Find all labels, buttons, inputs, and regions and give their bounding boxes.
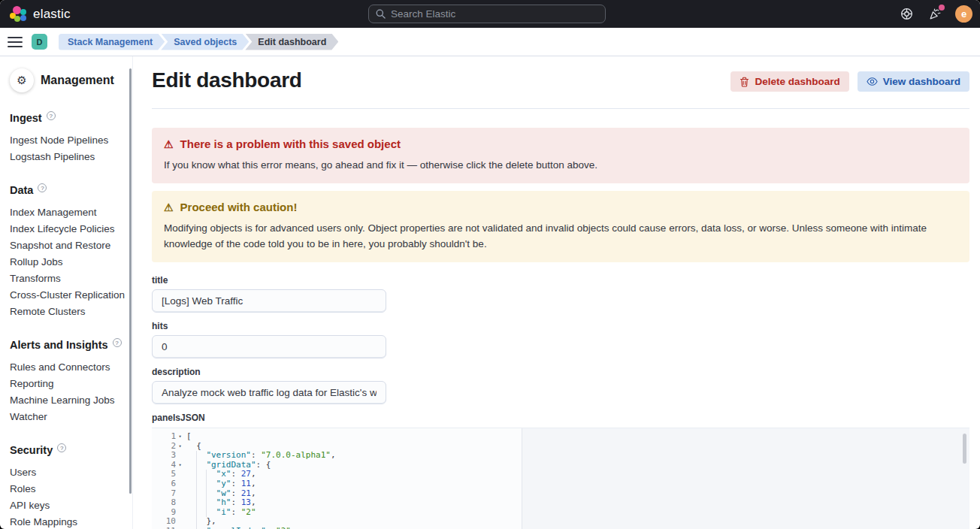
view-dashboard-button[interactable]: View dashboard — [858, 71, 969, 92]
title-field-group: title — [152, 275, 969, 313]
title-input[interactable] — [152, 289, 386, 313]
nav-section-ingest: Ingest?Ingest Node PipelinesLogstash Pip… — [10, 112, 122, 165]
error-callout: ⚠ There is a problem with this saved obj… — [152, 128, 969, 183]
nav-section-alerts-and-insights: Alerts and Insights?Rules and Connectors… — [10, 339, 122, 425]
editor-line-number: 8 — [152, 498, 186, 508]
sidebar-title: Management — [41, 74, 114, 87]
page-title: Edit dashboard — [152, 68, 730, 92]
menu-toggle-button[interactable] — [8, 37, 23, 47]
editor-line-number: 2▾ — [152, 442, 186, 452]
sidebar-item-machine-learning-jobs[interactable]: Machine Learning Jobs — [10, 392, 122, 409]
trash-icon — [740, 77, 749, 87]
error-callout-title: There is a problem with this saved objec… — [180, 138, 401, 150]
help-icon — [900, 8, 913, 20]
description-field-group: description — [152, 367, 969, 404]
sidebar-item-index-management[interactable]: Index Management — [10, 204, 122, 221]
editor-line-number: 4▾ — [152, 461, 186, 470]
space-avatar[interactable]: D — [32, 34, 47, 50]
nav-section-heading: Data? — [10, 184, 122, 196]
section-help-icon: ? — [47, 111, 56, 120]
sidebar-item-rollup-jobs[interactable]: Rollup Jobs — [10, 254, 122, 271]
panels-json-label: panelsJSON — [152, 413, 969, 423]
editor-scrollbar[interactable] — [963, 434, 966, 464]
sidebar-item-remote-clusters[interactable]: Remote Clusters — [10, 304, 122, 320]
search-input[interactable] — [391, 8, 598, 20]
management-sidebar: ⚙ Management Ingest?Ingest Node Pipeline… — [0, 56, 133, 529]
error-callout-body: If you know what this error means, go ah… — [164, 157, 957, 173]
sidebar-item-reporting[interactable]: Reporting — [10, 376, 122, 392]
nav-section-security: Security?UsersRolesAPI keysRole Mappings — [10, 444, 122, 529]
editor-code-line: "x": 27, — [186, 470, 969, 479]
header-divider — [152, 108, 969, 109]
hits-field-group: hits — [152, 321, 969, 358]
editor-gutter: 1▾2▾34▾56789101112▾13▾14▾ — [152, 428, 186, 529]
sidebar-item-ingest-node-pipelines[interactable]: Ingest Node Pipelines — [10, 132, 122, 149]
sidebar-scrollbar[interactable] — [129, 68, 132, 494]
description-field-label: description — [152, 367, 969, 377]
user-avatar[interactable]: e — [955, 5, 972, 23]
editor-line-number: 6 — [152, 479, 186, 489]
editor-code-line: "version": "7.0.0-alpha1", — [186, 451, 969, 461]
sidebar-item-cross-cluster-replication[interactable]: Cross-Cluster Replication — [10, 287, 122, 304]
fold-arrow-icon[interactable]: ▾ — [176, 461, 184, 470]
sidebar-item-roles[interactable]: Roles — [10, 481, 122, 497]
nav-section-heading: Ingest? — [10, 112, 122, 124]
eye-icon — [867, 77, 878, 86]
main-content: Edit dashboard Delete dashboard View das… — [133, 56, 980, 529]
sidebar-item-users[interactable]: Users — [10, 464, 122, 481]
description-input[interactable] — [152, 381, 386, 404]
sidebar-item-rules-and-connectors[interactable]: Rules and Connectors — [10, 359, 122, 376]
editor-code-line: "h": 13, — [186, 498, 969, 508]
section-help-icon: ? — [38, 183, 47, 192]
breadcrumb-saved-objects[interactable]: Saved objects — [161, 34, 249, 50]
breadcrumb-bar: D Stack Management Saved objects Edit da… — [0, 28, 980, 56]
elastic-logo[interactable]: elastic — [10, 6, 71, 23]
app-window: elastic — [0, 0, 980, 529]
editor-line-number: 1▾ — [152, 432, 186, 442]
newsfeed-button[interactable] — [927, 6, 943, 23]
editor-code-line: "i": "2" — [186, 508, 969, 518]
notification-dot — [939, 5, 945, 11]
search-icon — [376, 9, 386, 19]
nav-section-data: Data?Index ManagementIndex Lifecycle Pol… — [10, 184, 122, 320]
sidebar-item-index-lifecycle-policies[interactable]: Index Lifecycle Policies — [10, 221, 122, 237]
breadcrumb-stack-management[interactable]: Stack Management — [59, 34, 165, 50]
help-menu-button[interactable] — [898, 6, 915, 23]
editor-code-line: }, — [186, 517, 969, 527]
editor-line-number: 5 — [152, 470, 186, 479]
sidebar-item-role-mappings[interactable]: Role Mappings — [10, 514, 122, 529]
editor-line-number: 7 — [152, 489, 186, 499]
editor-code-line: "w": 21, — [186, 489, 969, 499]
warning-triangle-icon: ⚠ — [164, 138, 174, 150]
sidebar-item-api-keys[interactable]: API keys — [10, 497, 122, 514]
global-search[interactable] — [368, 5, 606, 23]
elastic-logo-icon — [10, 6, 26, 23]
title-field-label: title — [152, 275, 969, 286]
sidebar-item-snapshot-and-restore[interactable]: Snapshot and Restore — [10, 237, 122, 254]
section-help-icon: ? — [113, 338, 122, 347]
breadcrumb-edit-dashboard: Edit dashboard — [245, 34, 338, 50]
editor-code-line: [ — [186, 432, 969, 442]
warning-triangle-icon: ⚠ — [164, 201, 174, 213]
warning-callout-title: Proceed with caution! — [180, 201, 298, 213]
nav-section-heading: Security? — [10, 444, 122, 456]
sidebar-header: ⚙ Management — [10, 68, 122, 92]
sidebar-item-logstash-pipelines[interactable]: Logstash Pipelines — [10, 149, 122, 165]
fold-arrow-icon[interactable]: ▾ — [176, 442, 184, 452]
editor-code-line: "y": 11, — [186, 479, 969, 489]
delete-dashboard-button[interactable]: Delete dashboard — [730, 71, 848, 92]
editor-code-area[interactable]: [{"version": "7.0.0-alpha1","gridData": … — [186, 428, 969, 529]
hits-field-label: hits — [152, 321, 969, 331]
sidebar-item-transforms[interactable]: Transforms — [10, 271, 122, 287]
section-help-icon: ? — [57, 443, 66, 452]
gear-icon: ⚙ — [10, 68, 34, 92]
warning-callout-body: Modifying objects is for advanced users … — [164, 220, 957, 252]
breadcrumb: Stack Management Saved objects Edit dash… — [59, 34, 334, 50]
editor-line-number: 3 — [152, 451, 186, 461]
sidebar-item-watcher[interactable]: Watcher — [10, 409, 122, 425]
hits-input[interactable] — [152, 335, 386, 358]
panels-json-editor[interactable]: 1▾2▾34▾56789101112▾13▾14▾ [{"version": "… — [152, 428, 969, 529]
fold-arrow-icon[interactable]: ▾ — [176, 432, 184, 442]
warning-callout: ⚠ Proceed with caution! Modifying object… — [152, 191, 969, 262]
editor-code-line: "gridData": { — [186, 461, 969, 470]
